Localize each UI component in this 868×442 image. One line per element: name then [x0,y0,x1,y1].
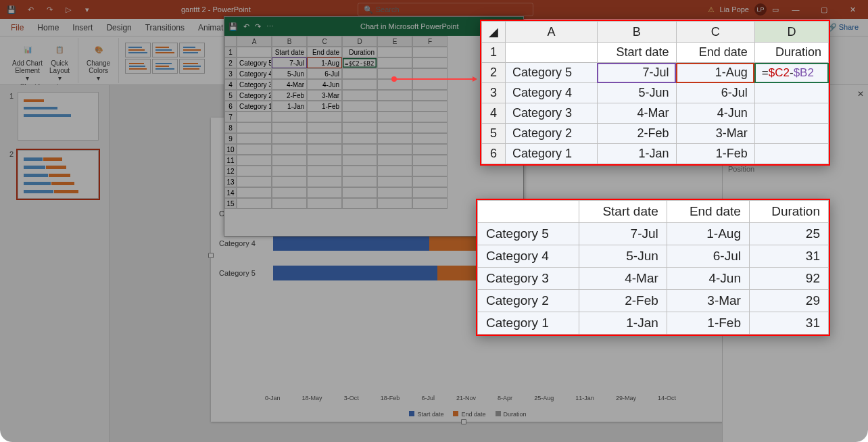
cell[interactable] [237,144,272,155]
cell[interactable] [412,176,448,187]
share-button[interactable]: 🔗 Share [827,23,864,32]
save-icon[interactable]: 💾 [228,22,238,31]
cell[interactable] [377,187,412,198]
start-from-beginning-icon[interactable]: ▷ [61,3,76,16]
cell[interactable] [412,166,448,176]
cell-editing[interactable]: =$C2-$B2 [754,63,828,83]
cell[interactable] [377,198,412,209]
cell[interactable]: 1-Feb [676,144,754,164]
cell[interactable] [307,198,342,209]
cell[interactable]: Category 3 [478,268,579,290]
cell[interactable] [272,198,307,209]
cell[interactable]: Start date [272,47,307,57]
cell[interactable] [342,155,377,166]
col-header[interactable]: F [412,36,448,47]
cell[interactable] [377,166,412,176]
cell[interactable] [342,122,377,133]
cell[interactable]: 1-Aug [307,57,342,68]
cell[interactable] [377,112,412,122]
cell[interactable]: Category 1 [237,101,272,112]
cell[interactable] [412,155,448,166]
row-header[interactable]: 1 [482,43,506,63]
row-header[interactable]: 3 [482,83,506,103]
cell[interactable] [342,112,377,122]
add-chart-element-button[interactable]: 📊 Add Chart Element ▾ [9,38,45,83]
cell[interactable]: 2-Feb [272,90,307,101]
cell[interactable] [412,133,448,144]
cell[interactable]: End date [667,201,749,223]
chart-style-gallery[interactable] [124,42,206,74]
row-header[interactable]: 13 [224,176,237,187]
col-header[interactable]: D [754,22,828,43]
cell[interactable] [307,176,342,187]
minimize-button[interactable]: — [784,3,807,16]
chart-style-6[interactable] [179,59,205,74]
cell[interactable]: Duration [754,43,828,63]
cell[interactable]: Start date [579,201,667,223]
cell[interactable] [412,79,448,90]
chart-style-3[interactable] [179,43,205,57]
cell[interactable] [412,47,448,57]
col-header[interactable]: D [342,36,377,47]
chart-style-1[interactable] [125,43,151,57]
cell[interactable] [754,124,828,144]
more-icon[interactable]: ⋯ [266,22,274,31]
selection-handle[interactable] [208,253,214,258]
cell[interactable]: 4-Mar [272,79,307,90]
cell[interactable]: Category 5 [478,223,579,245]
cell[interactable]: 3-Mar [667,290,749,312]
cell[interactable]: 1-Jan [597,144,676,164]
cell[interactable]: 29 [749,290,828,312]
cell[interactable]: Start date [597,43,676,63]
cell[interactable]: 5-Jun [579,245,667,268]
change-colors-button[interactable]: 🎨 Change Colors ▾ [84,38,113,83]
cell[interactable]: 4-Mar [597,103,676,124]
cell[interactable]: 4-Mar [579,268,667,290]
warning-icon[interactable]: ⚠ [708,5,715,14]
avatar[interactable]: LP [754,3,767,16]
cell[interactable]: 7-Jul [579,223,667,245]
cell[interactable] [412,90,448,101]
slide-thumb-2[interactable] [18,150,99,199]
cell[interactable] [506,43,598,63]
cell[interactable] [342,79,377,90]
cell[interactable] [342,187,377,198]
cell[interactable] [377,133,412,144]
row-header[interactable]: 6 [482,144,506,164]
save-icon[interactable]: 💾 [4,3,19,16]
cell[interactable] [237,176,272,187]
row-header[interactable]: 8 [224,122,237,133]
col-header[interactable]: B [272,36,307,47]
undo-icon[interactable]: ↶ [23,3,38,16]
cell[interactable] [307,144,342,155]
cell[interactable]: End date [307,47,342,57]
cell[interactable]: 31 [749,245,828,268]
redo-icon[interactable]: ↷ [255,22,261,31]
cell[interactable] [412,198,448,209]
cell[interactable] [342,90,377,101]
cell[interactable] [754,103,828,124]
ribbon-display-options-icon[interactable]: ▭ [772,5,779,14]
col-header[interactable]: E [377,36,412,47]
close-button[interactable]: ✕ [841,3,864,16]
cell[interactable] [272,187,307,198]
row-header[interactable]: 11 [224,155,237,166]
cell[interactable] [412,144,448,155]
user-name[interactable]: Lia Pope [720,5,749,14]
search-input[interactable] [376,5,527,14]
cell[interactable]: 6-Jul [307,68,342,79]
cell[interactable] [412,68,448,79]
cell[interactable]: 5-Jun [597,83,676,103]
select-all[interactable]: ◢ [482,22,506,43]
cell[interactable]: 5-Jun [272,68,307,79]
cell[interactable]: Duration [749,201,828,223]
quick-layout-button[interactable]: 📋 Quick Layout ▾ [47,38,72,83]
cell[interactable]: 7-Jul [597,63,676,83]
cell[interactable] [272,144,307,155]
cell[interactable]: 25 [749,223,828,245]
cell[interactable] [307,112,342,122]
cell[interactable] [237,122,272,133]
cell[interactable]: Category 3 [506,103,598,124]
cell[interactable] [377,47,412,57]
redo-icon[interactable]: ↷ [42,3,57,16]
